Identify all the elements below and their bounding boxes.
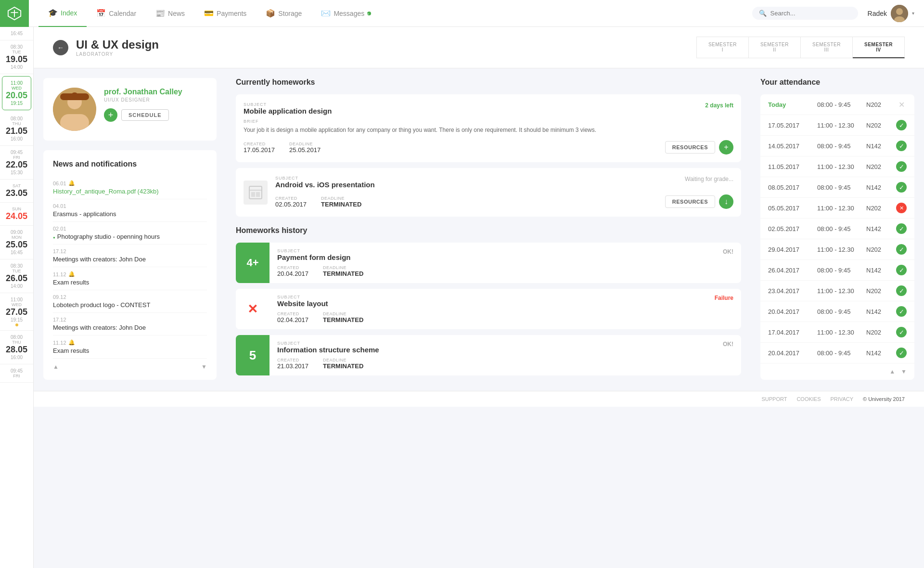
cal-day-2205[interactable]: 09:45 FRI 22.05 15:30 <box>0 146 33 180</box>
semester-tabs: SEMESTERI SEMESTERII SEMESTERIII SEMESTE… <box>696 37 905 58</box>
nav-label-index: Index <box>61 9 77 17</box>
hw-thumbnail <box>244 181 268 205</box>
grade-badge-2-fail: ✕ <box>236 289 270 329</box>
news-item-7: 17.12 Meetings with creators: John Doe <box>53 313 207 336</box>
nav-label-messages: Messages <box>334 10 364 17</box>
logo[interactable] <box>0 0 29 27</box>
cal-day-1905[interactable]: 08:30 TUE 19.05 14:00 <box>0 40 33 74</box>
nav-item-news[interactable]: 📰 News <box>146 0 194 27</box>
check-icon-1405 <box>896 141 907 151</box>
professor-info: prof. Jonathan Calley UI/UX DESIGNER + S… <box>104 88 182 122</box>
footer-copyright: © University 2017 <box>863 396 905 402</box>
news-icon: 📰 <box>155 9 165 18</box>
hw-header-1: SUBJECT Mobile application design 2 days… <box>244 102 733 115</box>
news-item-5: 11.12 🔔 Exam results <box>53 267 207 290</box>
check-icon-2004b <box>896 348 907 358</box>
svg-rect-5 <box>60 114 89 131</box>
resources-button-2[interactable]: RESOURCES <box>665 195 715 208</box>
top-navigation: 🎓 Index 📅 Calendar 📰 News 💳 Payments 📦 S… <box>0 0 924 27</box>
nav-item-storage[interactable]: 📦 Storage <box>256 0 311 27</box>
svg-point-1 <box>896 8 903 15</box>
check-icon-1704 <box>896 327 907 337</box>
att-row-2004b: 20.04.2017 08:00 - 9:45 N142 <box>760 343 914 363</box>
tab-semester-2[interactable]: SEMESTERII <box>749 37 801 58</box>
news-title: News and notifications <box>53 160 207 168</box>
nav-item-index[interactable]: 🎓 Index <box>38 0 87 27</box>
index-icon: 🎓 <box>48 8 58 17</box>
cal-day-2105[interactable]: 08:00 THU 21.05 16:00 <box>0 112 33 146</box>
check-icon-2604 <box>896 265 907 275</box>
nav-item-messages[interactable]: ✉️ Messages • <box>311 0 381 27</box>
footer-support[interactable]: SUPPORT <box>761 396 787 402</box>
att-row-2604: 26.04.2017 08:00 - 9:45 N142 <box>760 260 914 281</box>
news-section: News and notifications 06.01 🔔 History_o… <box>43 150 217 380</box>
svg-rect-8 <box>249 186 262 199</box>
footer: SUPPORT COOKIES PRIVACY © University 201… <box>34 391 924 407</box>
svg-rect-7 <box>60 93 89 100</box>
professor-card: prof. Jonathan Calley UI/UX DESIGNER + S… <box>43 78 217 141</box>
tab-semester-4[interactable]: SEMESTERIV <box>853 37 905 58</box>
schedule-button[interactable]: SCHEDULE <box>121 109 169 121</box>
att-row-0205: 02.05.2017 08:00 - 9:45 N142 <box>760 219 914 239</box>
att-row-1405: 14.05.2017 08:00 - 9:45 N142 <box>760 136 914 156</box>
news-up-button[interactable]: ▲ <box>53 363 59 370</box>
cal-day-2305[interactable]: SAT 23.05 <box>0 180 33 203</box>
news-item-3: 02.01 Photography studio - openning hour… <box>53 222 207 245</box>
page-header-left: ← UI & UX design LABORATORY <box>53 38 159 57</box>
search-area: 🔍 <box>752 7 858 20</box>
check-icon-1105 <box>896 161 907 172</box>
tab-semester-1[interactable]: SEMESTERI <box>696 37 749 58</box>
news-item-2: 04.01 Erasmus - applications <box>53 199 207 222</box>
history-card-3: 5 SUBJECT Information structure scheme O… <box>236 335 741 375</box>
cal-day-2005-today[interactable]: 11:00 WED 20.05 19:15 <box>2 76 31 110</box>
professor-role: UI/UX DESIGNER <box>104 97 182 103</box>
homeworks-column: Currently homeworks SUBJECT Mobile appli… <box>226 78 751 381</box>
add-homework-button[interactable]: + <box>719 140 733 155</box>
check-icon-1705 <box>896 120 907 130</box>
svg-rect-10 <box>251 192 255 197</box>
cal-day-2605[interactable]: 08:30 TUE 26.05 14:00 <box>0 259 33 293</box>
attendance-table: Today 08:00 - 9:45 N202 ✕ 17.05.2017 11:… <box>760 94 914 380</box>
nav-item-calendar[interactable]: 📅 Calendar <box>87 0 146 27</box>
attendance-title: Your attendance <box>760 78 914 87</box>
att-row-2004: 20.04.2017 08:00 - 9:45 N142 <box>760 301 914 322</box>
cal-day-2705[interactable]: 11:00 WED 27.05 19:15 <box>0 293 33 331</box>
att-up-button[interactable]: ▲ <box>889 368 895 375</box>
user-name: Radek <box>868 10 887 17</box>
att-down-button[interactable]: ▼ <box>901 368 907 375</box>
nav-item-payments[interactable]: 💳 Payments <box>194 0 256 27</box>
att-row-1705: 17.05.2017 11:00 - 12.30 N202 <box>760 115 914 136</box>
page-title-block: UI & UX design LABORATORY <box>76 38 159 57</box>
news-down-button[interactable]: ▼ <box>201 363 207 370</box>
news-item-8: 11.12 🔔 Exam results <box>53 336 207 359</box>
bell-icon-2: 🔔 <box>68 271 75 277</box>
cal-day-2805[interactable]: 08:00 THU 28.05 16:00 <box>0 331 33 364</box>
cal-day-2405[interactable]: SUN 24.05 <box>0 203 33 226</box>
grade-badge-1: 4+ <box>236 243 270 283</box>
grade-badge-3: 5 <box>236 335 270 375</box>
cal-day-2505[interactable]: 09:00 MON 25.05 16:45 <box>0 226 33 259</box>
resources-button-1[interactable]: RESOURCES <box>665 141 715 154</box>
add-button[interactable]: + <box>104 108 117 122</box>
footer-cookies[interactable]: COOKIES <box>796 396 821 402</box>
cal-day-2905[interactable]: 09:45 FRI <box>0 364 33 383</box>
search-input[interactable] <box>770 10 847 17</box>
storage-icon: 📦 <box>266 9 275 18</box>
user-area: Radek ▾ <box>868 5 914 22</box>
tab-semester-3[interactable]: SEMESTERIII <box>801 37 853 58</box>
calendar-icon: 📅 <box>96 9 106 18</box>
event-dot <box>15 323 18 326</box>
fail-icon-0505 <box>896 203 907 213</box>
attendance-nav: ▲ ▼ <box>760 363 914 380</box>
back-button[interactable]: ← <box>53 40 68 55</box>
check-icon-0205 <box>896 223 907 234</box>
chevron-down-icon[interactable]: ▾ <box>912 11 914 16</box>
page-title: UI & UX design <box>76 38 159 52</box>
news-item-4: 17.12 Meetings with creators: John Doe <box>53 245 207 267</box>
download-button[interactable]: ↓ <box>719 194 733 209</box>
search-icon: 🔍 <box>759 10 767 17</box>
footer-privacy[interactable]: PRIVACY <box>831 396 853 402</box>
left-column: prof. Jonathan Calley UI/UX DESIGNER + S… <box>43 78 226 381</box>
hw-footer-1: CREATED 17.05.2017 DEADLINE 25.05.2017 R… <box>244 140 733 155</box>
avatar[interactable] <box>891 5 908 22</box>
